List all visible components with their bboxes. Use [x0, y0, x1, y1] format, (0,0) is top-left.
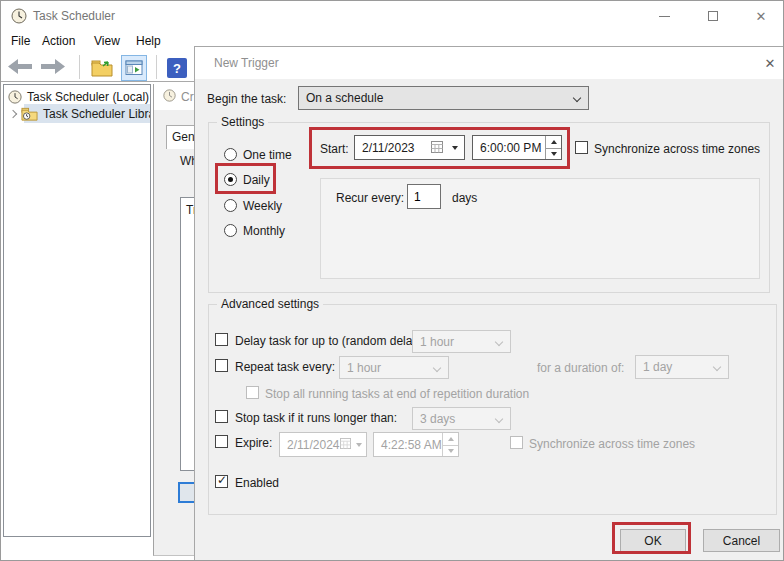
tree-item-library[interactable]: Task Scheduler Libra	[4, 104, 151, 123]
stop-all-tasks-checkbox[interactable]	[246, 386, 259, 399]
expire-date-picker[interactable]: 2/11/2024	[279, 432, 367, 457]
sync-timezones-label[interactable]: Synchronize across time zones	[594, 142, 760, 156]
focused-button-fragment[interactable]	[178, 482, 194, 503]
delay-task-checkbox[interactable]	[215, 333, 228, 346]
menu-view[interactable]: View	[94, 34, 120, 48]
tab-general-fragment[interactable]: Gene	[166, 125, 194, 149]
menu-file[interactable]: File	[11, 34, 30, 48]
start-date-value: 2/11/2023	[362, 141, 415, 155]
console-window-icon	[125, 60, 143, 76]
menu-action[interactable]: Action	[42, 34, 75, 48]
chevron-down-icon	[573, 94, 581, 102]
spin-down-icon[interactable]	[546, 148, 561, 160]
stop-task-duration-dropdown[interactable]: 3 days	[412, 407, 511, 430]
create-task-text-fragment: Wh	[180, 154, 194, 168]
radio-monthly[interactable]	[224, 224, 237, 237]
radio-one-time[interactable]	[224, 148, 237, 161]
expire-time-spinner[interactable]: 4:22:58 AM	[373, 432, 459, 457]
expire-time-value: 4:22:58 AM	[381, 438, 442, 452]
tree-item-label: Task Scheduler (Local)	[27, 90, 149, 104]
spin-up-icon[interactable]	[443, 433, 458, 445]
delay-duration-value: 1 hour	[420, 335, 454, 349]
show-console-tree-button[interactable]	[121, 55, 147, 81]
dialog-close-icon[interactable]: ✕	[759, 54, 781, 72]
expire-sync-checkbox[interactable]	[510, 436, 523, 449]
repeat-interval-value: 1 hour	[347, 361, 381, 375]
clock-icon	[11, 8, 27, 27]
clock-icon	[163, 89, 176, 105]
check-icon: ✓	[217, 473, 227, 487]
cancel-button[interactable]: Cancel	[703, 529, 780, 552]
triggers-list-fragment: Tr	[180, 197, 194, 471]
start-time-spinner[interactable]: 6:00:00 PM	[472, 135, 562, 160]
duration-value: 1 day	[643, 360, 672, 374]
spinner-buttons[interactable]	[442, 433, 458, 456]
chevron-right-icon[interactable]	[9, 109, 17, 117]
repeat-task-checkbox[interactable]	[215, 359, 228, 372]
enabled-label[interactable]: Enabled	[235, 476, 279, 490]
duration-dropdown[interactable]: 1 day	[635, 355, 729, 379]
export-task-button[interactable]	[89, 56, 115, 80]
close-button[interactable]: ✕	[746, 5, 776, 27]
dialog-titlebar	[195, 47, 784, 79]
delay-task-label[interactable]: Delay task for up to (random delay):	[235, 334, 426, 348]
expire-checkbox[interactable]	[215, 435, 228, 448]
create-task-title-fragment: Cr	[181, 90, 194, 104]
menu-help[interactable]: Help	[136, 34, 161, 48]
window-title: Task Scheduler	[33, 9, 115, 23]
expire-date-value: 2/11/2024	[287, 438, 340, 452]
radio-daily[interactable]	[224, 173, 237, 186]
radio-weekly-label[interactable]: Weekly	[243, 199, 282, 213]
start-date-picker[interactable]: 2/11/2023	[354, 135, 465, 160]
radio-monthly-label[interactable]: Monthly	[243, 224, 285, 238]
recur-days-input[interactable]	[407, 184, 441, 209]
enabled-checkbox[interactable]: ✓	[215, 475, 228, 488]
minimize-icon	[659, 16, 670, 17]
repeat-interval-dropdown[interactable]: 1 hour	[339, 356, 449, 379]
help-icon: ?	[167, 58, 187, 78]
new-trigger-dialog: New Trigger ✕ Begin the task: On a sched…	[194, 46, 784, 561]
recur-every-label: Recur every:	[336, 191, 404, 205]
radio-daily-label[interactable]: Daily	[243, 173, 270, 187]
maximize-icon	[708, 11, 718, 21]
back-arrow-icon	[8, 59, 32, 74]
stop-all-tasks-label: Stop all running tasks at end of repetit…	[265, 387, 529, 401]
maximize-button[interactable]	[698, 5, 728, 27]
console-tree-pane: Task Scheduler (Local) Task Scheduler Li…	[3, 84, 151, 537]
radio-weekly[interactable]	[224, 199, 237, 212]
dropdown-arrow-icon	[452, 146, 458, 150]
advanced-settings-label: Advanced settings	[217, 297, 323, 311]
tree-item-label: Task Scheduler Libra	[43, 107, 151, 121]
start-time-value: 6:00:00 PM	[480, 141, 541, 155]
chevron-down-icon	[713, 363, 721, 371]
delay-duration-dropdown[interactable]: 1 hour	[412, 330, 511, 353]
minimize-button[interactable]	[649, 5, 679, 27]
stop-task-label[interactable]: Stop task if it runs longer than:	[235, 411, 397, 425]
create-task-window-fragment: Cr Gene Wh Tr	[153, 84, 194, 556]
calendar-icon	[431, 141, 443, 156]
repeat-task-label[interactable]: Repeat task every:	[235, 360, 335, 374]
spin-up-icon[interactable]	[546, 136, 561, 148]
toolbar-separator	[79, 55, 80, 79]
sync-timezones-checkbox[interactable]	[575, 141, 588, 154]
spin-down-icon[interactable]	[443, 445, 458, 457]
radio-one-time-label[interactable]: One time	[243, 148, 292, 162]
clock-icon	[8, 90, 22, 104]
forward-button[interactable]	[41, 59, 65, 74]
folder-clock-icon	[21, 107, 38, 121]
expire-label[interactable]: Expire:	[235, 436, 272, 450]
help-button[interactable]: ?	[166, 57, 188, 79]
chevron-down-icon	[495, 415, 503, 423]
stop-task-checkbox[interactable]	[215, 410, 228, 423]
duration-label: for a duration of:	[537, 361, 624, 375]
stop-task-duration-value: 3 days	[420, 412, 455, 426]
spinner-buttons[interactable]	[545, 136, 561, 159]
begin-task-label: Begin the task:	[207, 92, 286, 106]
dropdown-arrow-icon	[356, 443, 362, 447]
begin-task-value: On a schedule	[306, 91, 383, 105]
chevron-down-icon	[433, 364, 441, 372]
back-button[interactable]	[8, 59, 32, 74]
titlebar: Task Scheduler ✕	[1, 1, 784, 31]
ok-button[interactable]: OK	[620, 529, 686, 552]
begin-task-combobox[interactable]: On a schedule	[298, 86, 589, 110]
